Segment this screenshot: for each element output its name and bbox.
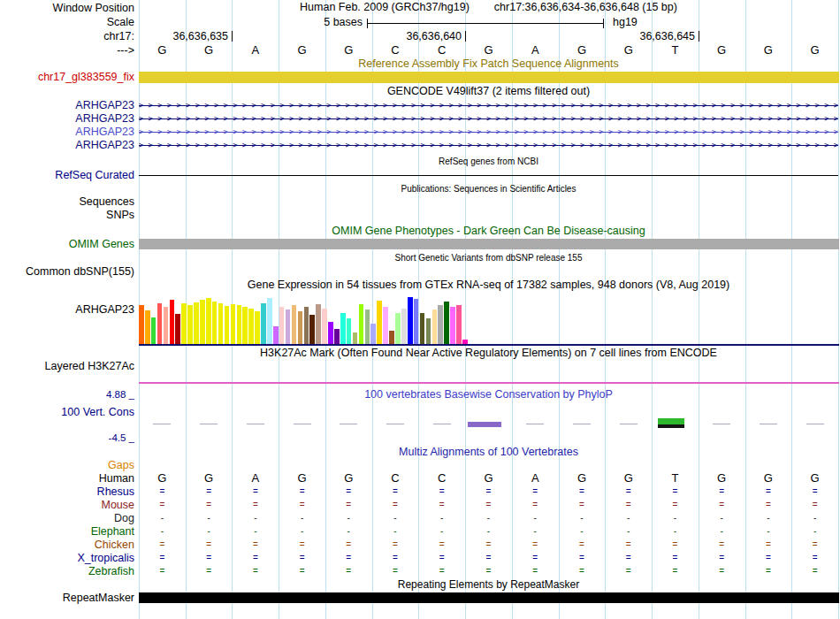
multiz-species-label[interactable]: Zebrafish	[0, 565, 134, 577]
multiz-gaps-label[interactable]: Gaps	[0, 459, 134, 471]
omim-genes-bar[interactable]	[139, 239, 839, 249]
gtex-tissue-bar[interactable]	[414, 299, 419, 344]
gencode-transcript[interactable]: >>>>>>>>>>>>>>>>>>>>>>>>>>>>>>>>>>>>>>>>…	[139, 99, 838, 111]
gtex-tissue-bar[interactable]	[298, 311, 303, 344]
gtex-tissue-bar[interactable]	[267, 298, 272, 344]
gtex-tissue-bar[interactable]	[200, 300, 205, 344]
refseq-curated-line[interactable]	[139, 175, 838, 176]
gtex-tissue-bar[interactable]	[370, 324, 376, 344]
gtex-tissue-bar[interactable]	[231, 304, 236, 344]
alignment-gap-mark: -	[232, 512, 279, 524]
gtex-tissue-bar[interactable]	[309, 315, 315, 344]
gtex-tissue-bar[interactable]	[353, 332, 358, 344]
multiz-species-label[interactable]: Chicken	[0, 539, 134, 551]
gtex-tissue-bar[interactable]	[450, 307, 455, 344]
alignment-gap-mark: -	[139, 525, 186, 538]
alignment-gap-mark: -	[279, 525, 325, 538]
gencode-transcript-label[interactable]: ARHGAP23	[0, 126, 134, 138]
gtex-tissue-bar[interactable]	[170, 300, 175, 344]
publications-subtrack-label[interactable]: Sequences	[0, 195, 134, 208]
gtex-tissue-bar[interactable]	[151, 317, 157, 344]
gtex-tissue-bar[interactable]	[273, 326, 279, 344]
gtex-tissue-bar[interactable]	[242, 307, 248, 344]
gtex-tissue-bar[interactable]	[181, 303, 187, 344]
gtex-tissue-bar[interactable]	[292, 305, 297, 344]
base-letter: G	[791, 44, 838, 57]
gtex-tissue-bar[interactable]	[444, 302, 449, 344]
alignment-base: A	[512, 472, 559, 485]
gtex-tissue-bar[interactable]	[304, 307, 309, 344]
gtex-tissue-bar[interactable]	[426, 318, 431, 344]
alignment-base: G	[699, 472, 745, 485]
gtex-tissue-bar[interactable]	[420, 313, 425, 344]
gencode-transcript[interactable]: >>>>>>>>>>>>>>>>>>>>>>>>>>>>>>>>>>>>>>>>…	[139, 126, 838, 138]
gtex-tissue-bar[interactable]	[322, 309, 327, 344]
gtex-tissue-bar[interactable]	[255, 311, 260, 344]
gtex-tissue-bar[interactable]	[347, 318, 352, 344]
gtex-tissue-bar[interactable]	[340, 313, 346, 344]
alignment-gap-mark: =	[186, 565, 233, 577]
gtex-tissue-bar[interactable]	[328, 322, 333, 344]
omim-genes-label[interactable]: OMIM Genes	[0, 238, 134, 250]
alignment-gap-mark: =	[418, 565, 465, 577]
gtex-gene-label[interactable]: ARHGAP23	[0, 303, 134, 316]
conservation-track-label[interactable]: 100 Vert. Cons	[0, 406, 134, 418]
multiz-species-label[interactable]: Elephant	[0, 525, 134, 538]
gtex-tissue-bar[interactable]	[218, 303, 224, 344]
gtex-tissue-bar[interactable]	[383, 307, 388, 344]
gencode-transcript-label[interactable]: ARHGAP23	[0, 99, 134, 111]
gtex-tissue-bar[interactable]	[377, 301, 382, 344]
gtex-tissue-bar[interactable]	[359, 304, 364, 344]
gencode-transcript[interactable]: >>>>>>>>>>>>>>>>>>>>>>>>>>>>>>>>>>>>>>>>…	[139, 139, 838, 151]
gtex-tissue-bar[interactable]	[175, 314, 180, 344]
multiz-species-label[interactable]: Dog	[0, 512, 134, 524]
gtex-tissue-bar[interactable]	[194, 302, 199, 344]
alignment-gap-mark: -	[699, 525, 745, 538]
gtex-tissue-bar[interactable]	[261, 303, 266, 344]
gtex-tissue-bar[interactable]	[365, 310, 370, 344]
gtex-tissue-bar[interactable]	[408, 297, 413, 344]
gtex-tissue-bar[interactable]	[212, 302, 218, 344]
gtex-tissue-bar[interactable]	[237, 305, 242, 344]
repeatmasker-bar[interactable]	[139, 592, 839, 603]
fix-patch-bar[interactable]	[139, 72, 839, 83]
gtex-tissue-bar[interactable]	[334, 329, 340, 344]
h3k27ac-label[interactable]: Layered H3K27Ac	[0, 360, 134, 372]
multiz-species-label[interactable]: Human	[0, 472, 134, 485]
alignment-gap-mark: =	[418, 552, 465, 564]
gtex-tissue-bar[interactable]	[157, 303, 163, 344]
repeatmasker-label[interactable]: RepeatMasker	[0, 592, 134, 604]
gtex-tissue-bar[interactable]	[225, 306, 230, 344]
gtex-tissue-bar[interactable]	[286, 310, 291, 344]
alignment-gap-mark: =	[605, 485, 652, 498]
publications-subtrack-label[interactable]: SNPs	[0, 209, 134, 221]
gtex-tissue-bar[interactable]	[438, 305, 443, 344]
gencode-transcript[interactable]: >>>>>>>>>>>>>>>>>>>>>>>>>>>>>>>>>>>>>>>>…	[139, 112, 838, 125]
gencode-transcript-label[interactable]: ARHGAP23	[0, 112, 134, 125]
gtex-tissue-bar[interactable]	[206, 298, 211, 344]
gtex-tissue-bar[interactable]	[395, 313, 401, 344]
dbsnp-label[interactable]: Common dbSNP(155)	[0, 265, 134, 278]
gtex-tissue-bar[interactable]	[456, 305, 462, 344]
alignment-base: A	[232, 472, 279, 485]
multiz-species-label[interactable]: Mouse	[0, 499, 134, 511]
multiz-species-label[interactable]: X_tropicalis	[0, 552, 134, 564]
fix-patch-item-label[interactable]: chr17_gl383559_fix	[0, 71, 134, 83]
gtex-tissue-bar[interactable]	[187, 305, 193, 344]
alignment-gap-mark: =	[652, 499, 699, 511]
gtex-tissue-bar[interactable]	[316, 304, 321, 344]
alignment-base: T	[652, 472, 699, 485]
gencode-transcript-label[interactable]: ARHGAP23	[0, 139, 134, 151]
refseq-curated-label[interactable]: RefSeq Curated	[0, 169, 134, 181]
alignment-gap-mark: -	[605, 525, 652, 538]
gtex-tissue-bar[interactable]	[279, 307, 285, 344]
gtex-tissue-bar[interactable]	[389, 331, 394, 344]
gtex-tissue-bar[interactable]	[432, 310, 438, 344]
gtex-tissue-bar[interactable]	[139, 305, 144, 344]
gtex-tissue-bar[interactable]	[248, 309, 254, 344]
gtex-tissue-bar[interactable]	[164, 307, 169, 344]
gtex-tissue-bar[interactable]	[401, 309, 407, 344]
gtex-tissue-bar[interactable]	[145, 310, 150, 344]
multiz-species-label[interactable]: Rhesus	[0, 485, 134, 498]
alignment-base: G	[745, 472, 792, 485]
